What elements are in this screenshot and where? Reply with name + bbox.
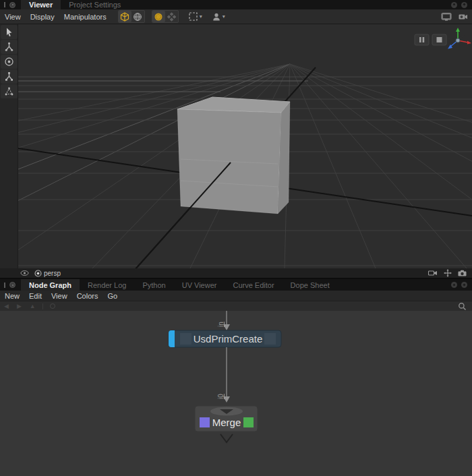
menu-view[interactable]: View [0, 13, 26, 21]
tab-viewer[interactable]: Viewer [21, 0, 61, 9]
camera-name-label[interactable]: persp [44, 270, 61, 277]
port-label-in: in [217, 322, 225, 327]
pane-menu-icon[interactable] [9, 282, 16, 288]
menu-new[interactable]: New [0, 292, 24, 300]
selection-mode-button[interactable]: ▾ [188, 11, 202, 22]
camera-user-button[interactable]: ▾ [212, 12, 225, 22]
select-tool-button[interactable] [1, 25, 18, 39]
world-view-button[interactable] [131, 11, 144, 22]
output-port-chevron[interactable] [220, 434, 233, 442]
pane-menu-icon[interactable] [9, 2, 16, 8]
pane-popout-button[interactable] [451, 2, 457, 8]
viewer-statusbar: persp [0, 268, 472, 278]
translate-manipulator-icon [4, 42, 14, 52]
application-window: Viewer Project Settings View Display Man… [0, 0, 472, 476]
tab-render-log[interactable]: Render Log [80, 279, 135, 291]
node-usdprimcreate[interactable]: UsdPrimCreate [169, 330, 281, 347]
pan-arrows-icon[interactable] [444, 269, 452, 277]
axis-gizmo-icon [448, 28, 471, 50]
monitor-icon[interactable] [440, 12, 452, 22]
menu-view[interactable]: View [47, 292, 72, 300]
person-icon [212, 12, 221, 22]
node-name-label: UsdPrimCreate [194, 333, 263, 345]
marquee-select-icon [188, 11, 198, 22]
snapshot-camera-icon[interactable] [458, 12, 468, 21]
menu-go[interactable]: Go [102, 292, 122, 300]
lighting-mode-button[interactable] [152, 11, 165, 22]
viewer-toolbar: View Display Manipulators [0, 9, 472, 24]
menu-display[interactable]: Display [26, 13, 59, 21]
scale-tool-button[interactable] [1, 69, 18, 84]
menu-edit[interactable]: Edit [24, 292, 47, 300]
four-diamonds-icon [167, 12, 176, 22]
node-badge-right[interactable] [243, 417, 254, 427]
camera-aperture-icon[interactable] [34, 270, 42, 277]
pane-close-button[interactable] [461, 2, 467, 8]
globe-icon [133, 12, 142, 22]
search-icon[interactable] [458, 302, 467, 311]
node-merge[interactable]: Merge [195, 406, 258, 432]
node-graph-pane-tabstrip: Node Graph Render Log Python UV Viewer C… [0, 279, 472, 291]
tab-uv-viewer[interactable]: UV Viewer [174, 279, 225, 291]
shaded-mode-button[interactable] [119, 11, 131, 22]
render-view-icon[interactable] [428, 270, 438, 276]
tab-dope-sheet[interactable]: Dope Sheet [283, 279, 338, 291]
eye-icon[interactable] [20, 270, 29, 276]
viewer-pane-tabstrip: Viewer Project Settings [0, 0, 472, 9]
scale-manipulator-icon [4, 71, 14, 82]
rotate-tool-button[interactable] [1, 55, 18, 69]
tab-project-settings[interactable]: Project Settings [61, 0, 129, 9]
pane-drag-handle[interactable] [4, 282, 5, 288]
pane-popout-button[interactable] [451, 282, 457, 288]
world-root-icon[interactable] [50, 303, 55, 309]
cube-geometry[interactable] [177, 97, 290, 214]
tab-curve-editor[interactable]: Curve Editor [225, 279, 282, 291]
viewport-3d[interactable] [18, 24, 472, 268]
camera-icon[interactable] [458, 270, 467, 276]
node-graph-canvas[interactable]: in UsdPrimCreate i0 Merge [0, 311, 472, 476]
rotate-manipulator-icon [4, 57, 14, 67]
translate-tool-button[interactable] [1, 40, 18, 54]
node-graph-toolrow: ◀ ▶ ▲ [0, 301, 472, 311]
caret-down-icon: ▾ [200, 13, 202, 20]
nav-forward-icon[interactable]: ▶ [13, 303, 26, 309]
cursor-arrow-icon [4, 27, 14, 37]
cube-icon [120, 12, 129, 22]
pane-close-button[interactable] [461, 282, 467, 288]
pivot-tool-button[interactable] [1, 84, 18, 98]
render-layers-button[interactable] [165, 11, 178, 22]
tab-python[interactable]: Python [134, 279, 173, 291]
pause-button[interactable] [415, 34, 429, 45]
tab-node-graph[interactable]: Node Graph [21, 279, 80, 291]
node-badge-left[interactable] [200, 417, 210, 427]
stop-button[interactable] [432, 34, 446, 45]
pane-drag-handle[interactable] [4, 2, 5, 7]
nav-up-icon[interactable]: ▲ [26, 303, 40, 309]
pivot-manipulator-icon [4, 86, 14, 96]
nav-back-icon[interactable]: ◀ [0, 303, 13, 309]
node-graph-menubar: New Edit View Colors Go [0, 291, 472, 301]
node-name-label: Merge [212, 417, 241, 428]
viewer-tool-column [0, 24, 18, 268]
light-icon [154, 12, 163, 22]
menu-colors[interactable]: Colors [72, 292, 103, 300]
node-graph-scene: in UsdPrimCreate i0 Merge [0, 311, 472, 476]
viewport-scene [18, 24, 472, 268]
menu-manipulators[interactable]: Manipulators [59, 13, 111, 21]
caret-down-icon: ▾ [223, 13, 225, 20]
toolbar-separator [42, 303, 43, 309]
port-label-i0: i0 [217, 394, 225, 399]
